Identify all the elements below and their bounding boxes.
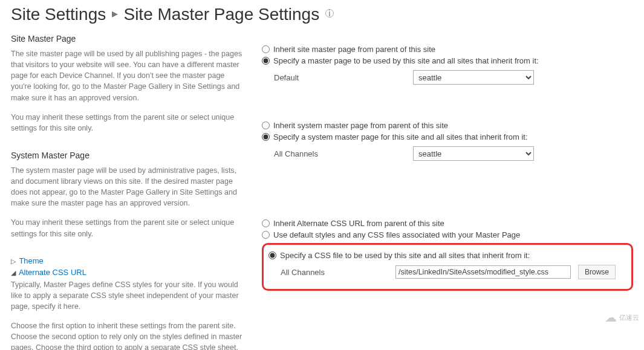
alt-css-options: Inherit Alternate CSS URL from parent of… <box>262 219 633 291</box>
radio-input[interactable] <box>262 133 270 141</box>
radio-inherit-alt-css[interactable]: Inherit Alternate CSS URL from parent of… <box>262 219 633 228</box>
section-title: Site Master Page <box>11 34 244 44</box>
radio-label: Inherit system master page from parent o… <box>273 121 448 130</box>
channel-label: Default <box>274 73 413 82</box>
section-description-2: You may inherit these settings from the … <box>11 112 244 134</box>
radio-inherit-system-master[interactable]: Inherit system master page from parent o… <box>262 121 633 130</box>
section-title: System Master Page <box>11 151 244 160</box>
radio-label: Use default styles and any CSS files ass… <box>273 230 520 239</box>
system-master-select[interactable]: seattle <box>413 146 534 161</box>
radio-label: Specify a system master page for this si… <box>273 132 528 141</box>
radio-input[interactable] <box>262 231 270 239</box>
site-master-select[interactable]: seattle <box>413 70 534 85</box>
info-icon[interactable]: i <box>325 9 334 18</box>
browse-button[interactable]: Browse <box>578 265 616 279</box>
theme-expander[interactable]: ▷ Theme <box>11 256 244 265</box>
site-master-options: Inherit site master page from parent of … <box>262 45 633 85</box>
radio-specify-alt-css[interactable]: Specify a CSS file to be used by this si… <box>268 251 626 260</box>
breadcrumb-parent[interactable]: Site Settings <box>11 5 106 24</box>
radio-input[interactable] <box>262 219 270 227</box>
alt-css-link[interactable]: Alternate CSS URL <box>19 268 86 277</box>
radio-label: Inherit site master page from parent of … <box>273 45 435 54</box>
system-master-options: Inherit system master page from parent o… <box>262 121 633 161</box>
caret-right-icon: ▷ <box>11 258 17 265</box>
alt-css-description: Typically, Master Pages define CSS style… <box>11 279 244 312</box>
section-description: The site master page will be used by all… <box>11 48 244 103</box>
alt-css-expander[interactable]: ◢ Alternate CSS URL <box>11 268 244 277</box>
radio-specify-system-master[interactable]: Specify a system master page for this si… <box>262 132 633 141</box>
page-title: Site Master Page Settings <box>123 5 319 24</box>
system-master-page-section: System Master Page The system master pag… <box>11 151 244 239</box>
caret-down-icon: ◢ <box>11 269 17 277</box>
radio-input[interactable] <box>262 57 270 65</box>
radio-label: Specify a CSS file to be used by this si… <box>280 251 530 260</box>
section-description-2: You may inherit these settings from the … <box>11 217 244 239</box>
alt-css-path-input[interactable] <box>395 265 571 279</box>
channel-label: All Channels <box>281 268 395 277</box>
radio-specify-site-master[interactable]: Specify a master page to be used by this… <box>262 56 633 65</box>
section-description: The system master page will be used by a… <box>11 165 244 209</box>
radio-label: Inherit Alternate CSS URL from parent of… <box>273 219 444 228</box>
radio-input[interactable] <box>262 45 270 53</box>
radio-input[interactable] <box>268 251 276 259</box>
radio-label: Specify a master page to be used by this… <box>273 56 539 65</box>
radio-inherit-site-master[interactable]: Inherit site master page from parent of … <box>262 45 633 54</box>
channel-label: All Channels <box>274 149 413 158</box>
highlight-box: Specify a CSS file to be used by this si… <box>262 243 633 291</box>
radio-input[interactable] <box>262 122 270 129</box>
alt-css-description-2: Choose the first option to inherit these… <box>11 320 244 350</box>
site-master-page-section: Site Master Page The site master page wi… <box>11 34 244 134</box>
page-header: Site Settings ▸ Site Master Page Setting… <box>0 0 644 28</box>
chevron-right-icon: ▸ <box>112 6 118 21</box>
radio-default-alt-css[interactable]: Use default styles and any CSS files ass… <box>262 230 633 239</box>
theme-link[interactable]: Theme <box>19 256 43 265</box>
